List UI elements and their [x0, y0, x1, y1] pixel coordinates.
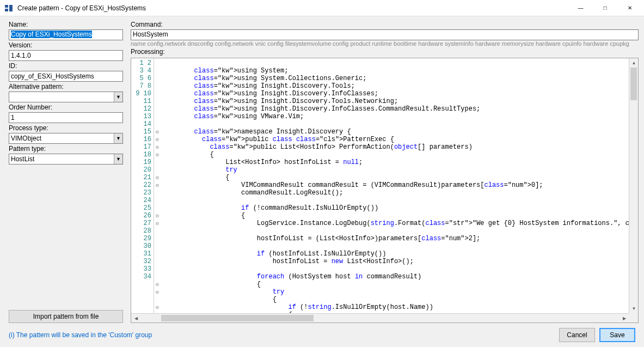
process-type-select[interactable] [9, 133, 123, 144]
code-area[interactable]: class="kw">using System; class="kw">usin… [161, 58, 638, 322]
name-input[interactable]: Copy of ESXi_HostSystems [9, 29, 123, 40]
order-input[interactable] [9, 112, 123, 123]
app-icon [4, 4, 13, 13]
alt-pattern-label: Alternative pattern: [9, 83, 123, 90]
info-text: (i) The pattern will be saved in the 'Cu… [9, 331, 152, 339]
titlebar: Create pattern - Copy of ESXi_HostSystem… [0, 0, 644, 16]
order-label: Order Number: [9, 104, 123, 111]
minimize-button[interactable]: — [568, 0, 593, 16]
window-title: Create pattern - Copy of ESXi_HostSystem… [17, 4, 146, 12]
scroll-left-icon[interactable]: ◀ [131, 314, 140, 323]
version-label: Version: [9, 41, 123, 49]
command-hint: name config.network dnsconfig config.net… [131, 40, 639, 47]
svg-rect-1 [5, 9, 8, 11]
process-type-label: Process type: [9, 124, 123, 132]
save-button[interactable]: Save [599, 328, 635, 342]
maximize-button[interactable]: □ [593, 0, 617, 16]
line-number-gutter: 1 2 3 4 5 6 7 8 9 10 11 12 13 14 15 16 1… [131, 58, 154, 322]
scroll-right-icon[interactable]: ▶ [620, 314, 629, 323]
cancel-button[interactable]: Cancel [559, 328, 595, 342]
id-input[interactable] [9, 71, 123, 82]
editor-panel: Command: HostSystem name config.network … [131, 20, 639, 323]
import-pattern-button[interactable]: Import pattern from file [9, 310, 123, 323]
command-input[interactable]: HostSystem [131, 29, 639, 40]
form-panel: Name: Copy of ESXi_HostSystems Version: … [9, 20, 123, 323]
version-input[interactable] [9, 50, 123, 61]
code-editor[interactable]: 1 2 3 4 5 6 7 8 9 10 11 12 13 14 15 16 1… [131, 58, 639, 323]
vertical-scrollbar[interactable]: ▲ ▼ [629, 58, 638, 313]
pattern-type-select[interactable] [9, 154, 123, 165]
horizontal-scroll-thumb[interactable] [161, 315, 314, 321]
vertical-scroll-thumb[interactable] [630, 68, 637, 100]
scroll-corner [629, 313, 638, 322]
svg-rect-0 [5, 5, 8, 8]
id-label: ID: [9, 62, 123, 70]
command-label: Command: [131, 21, 639, 28]
pattern-type-label: Pattern type: [9, 145, 123, 153]
horizontal-scrollbar[interactable]: ◀ ▶ [131, 313, 629, 322]
footer: (i) The pattern will be saved in the 'Cu… [0, 323, 644, 347]
scroll-up-icon[interactable]: ▲ [629, 58, 639, 68]
svg-rect-2 [9, 5, 13, 11]
alt-pattern-select[interactable] [9, 92, 123, 102]
fold-gutter[interactable]: ⊟⊟⊟⊟⊟⊟⊟⊟⊟⊟⊟⊟ [154, 58, 161, 322]
scroll-down-icon[interactable]: ▼ [629, 304, 639, 313]
name-label: Name: [9, 21, 123, 28]
close-button[interactable]: ✕ [617, 0, 642, 16]
processing-label: Processing: [131, 48, 639, 56]
